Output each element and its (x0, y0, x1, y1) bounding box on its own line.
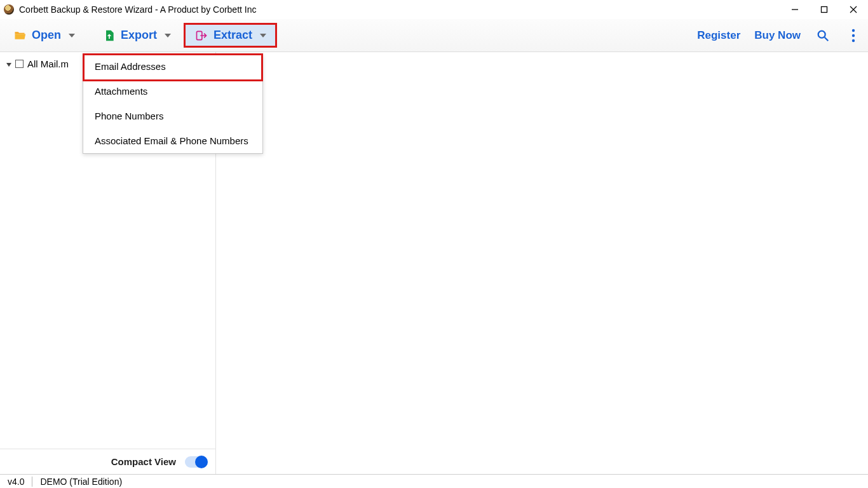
extract-menu-associated[interactable]: Associated Email & Phone Numbers (83, 128, 262, 153)
minimize-button[interactable] (780, 0, 810, 19)
maximize-button[interactable] (810, 0, 839, 19)
export-label: Export (121, 29, 157, 42)
separator (32, 477, 32, 487)
tree-checkbox[interactable] (15, 60, 24, 68)
edition-label: DEMO (Trial Edition) (40, 477, 122, 487)
compact-view-label: Compact View (111, 456, 176, 467)
buy-now-link[interactable]: Buy Now (754, 29, 801, 42)
toolbar-right: Register Buy Now (697, 27, 862, 44)
extract-menu-attachments[interactable]: Attachments (83, 79, 262, 104)
compact-view-strip: Compact View (0, 449, 216, 474)
svg-rect-1 (822, 7, 827, 13)
open-menu[interactable]: Open (5, 25, 83, 46)
svg-point-7 (852, 29, 855, 31)
version-label: v4.0 (8, 477, 24, 487)
window-title: Corbett Backup & Restore Wizard - A Prod… (19, 4, 257, 15)
svg-point-9 (852, 39, 855, 41)
file-export-icon (103, 29, 116, 43)
chevron-down-icon (260, 34, 266, 37)
open-label: Open (32, 29, 61, 42)
content-pane (216, 52, 868, 449)
extract-icon (194, 29, 208, 42)
register-link[interactable]: Register (697, 29, 740, 42)
title-bar-left: Corbett Backup & Restore Wizard - A Prod… (4, 4, 257, 15)
title-bar: Corbett Backup & Restore Wizard - A Prod… (0, 0, 868, 19)
svg-point-8 (852, 34, 855, 36)
tree-root-label: All Mail.m (27, 58, 69, 69)
compact-view-toggle[interactable] (185, 456, 208, 468)
extract-menu-phone-numbers[interactable]: Phone Numbers (83, 104, 262, 128)
window-controls (780, 0, 868, 19)
chevron-down-icon (69, 34, 75, 37)
app-icon (4, 4, 14, 15)
search-button[interactable] (815, 27, 831, 44)
expand-icon[interactable] (6, 63, 11, 67)
extract-menu-button[interactable]: Extract (184, 23, 277, 48)
more-menu-button[interactable] (845, 27, 862, 44)
svg-point-5 (818, 30, 825, 37)
close-button[interactable] (839, 0, 868, 19)
chevron-down-icon (165, 34, 171, 37)
svg-line-6 (825, 37, 829, 41)
toggle-thumb (195, 456, 208, 468)
extract-dropdown: Email Addresses Attachments Phone Number… (83, 53, 263, 154)
toolbar-left: Open Export Extract (5, 23, 277, 48)
export-menu[interactable]: Export (95, 25, 179, 46)
extract-label: Extract (214, 29, 252, 42)
extract-menu-email-addresses[interactable]: Email Addresses (83, 54, 262, 79)
toolbar: Open Export Extract Register Buy No (0, 19, 868, 52)
status-bar: v4.0 DEMO (Trial Edition) (0, 474, 868, 488)
folder-open-icon (13, 29, 27, 42)
